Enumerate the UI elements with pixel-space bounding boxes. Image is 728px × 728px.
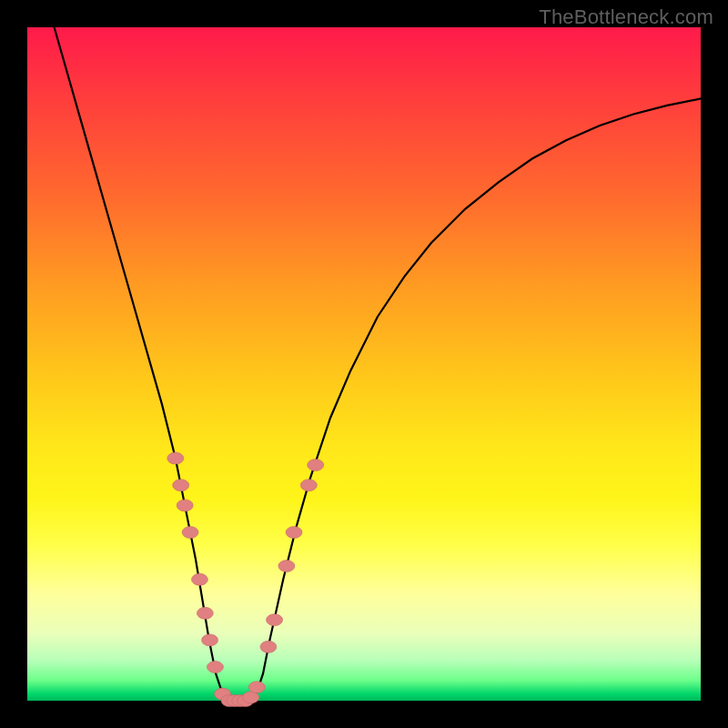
- marker-group: [167, 452, 324, 706]
- curve-marker: [260, 641, 277, 652]
- curve-marker: [278, 561, 295, 572]
- bottleneck-curve: [55, 27, 701, 701]
- curve-marker: [248, 682, 265, 693]
- curve-layer: [27, 27, 701, 701]
- curve-marker: [300, 480, 317, 491]
- curve-marker: [286, 527, 302, 539]
- curve-marker: [177, 500, 193, 511]
- chart-frame: TheBottleneck.com: [0, 0, 728, 728]
- curve-marker: [191, 573, 207, 585]
- curve-marker: [267, 614, 283, 626]
- curve-marker: [167, 452, 184, 464]
- plot-area: [27, 27, 701, 701]
- curve-marker: [207, 662, 223, 673]
- curve-marker: [173, 480, 189, 491]
- curve-marker: [202, 634, 218, 646]
- watermark-text: TheBottleneck.com: [539, 5, 713, 29]
- curve-marker: [308, 460, 324, 471]
- curve-marker: [197, 607, 213, 619]
- curve-marker: [182, 527, 198, 539]
